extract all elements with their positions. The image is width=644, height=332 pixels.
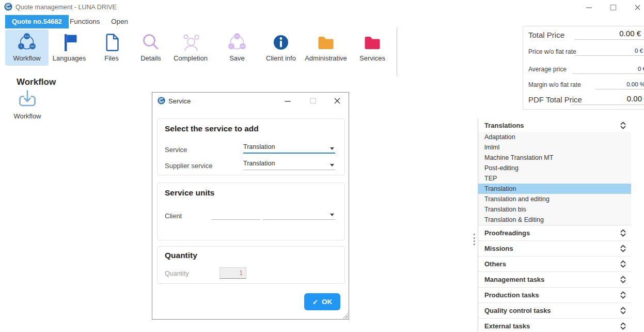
flag-icon	[59, 31, 80, 54]
menu-functions[interactable]: Functions	[70, 15, 100, 28]
toolbar-button-label: Details	[140, 54, 161, 62]
margin-wo-flat-rate-value: 0.00 %	[595, 81, 644, 89]
list-item[interactable]: Adaptation	[478, 132, 631, 142]
folder-amber-icon	[316, 31, 336, 54]
toolbar-button-label: Completion	[174, 54, 208, 62]
average-price-value: 0 €	[573, 66, 644, 74]
quantity-heading: Quantity	[165, 251, 197, 260]
toolbar-button-workflow[interactable]: Workflow	[5, 29, 49, 66]
list-item[interactable]: TEP	[478, 173, 631, 184]
service-dropdown[interactable]: Translation	[243, 143, 335, 154]
toolbar-button-administrative[interactable]: Administrative	[304, 29, 348, 66]
service-dialog: Service Select the service to add Servic…	[152, 92, 349, 320]
ok-button[interactable]: ✓ OK	[304, 293, 340, 310]
toolbar-button-client-info[interactable]: Client info	[259, 29, 303, 66]
service-units-box: Service units Client	[157, 183, 345, 240]
group-header-missions[interactable]: Missions	[478, 241, 631, 256]
sort-chevrons-icon	[620, 244, 626, 253]
window-title: Quote management - LUNA DRIVE	[15, 4, 117, 11]
sort-chevrons-icon	[620, 121, 626, 130]
quantity-label: Quantity	[165, 270, 189, 277]
client-unit-input[interactable]	[211, 209, 260, 220]
group-header-proofreadings[interactable]: Proofreadings	[478, 225, 631, 241]
sort-chevrons-icon	[620, 229, 626, 237]
toolbar-button-save[interactable]: Save	[215, 29, 259, 66]
toolbar-button-completion[interactable]: Completion	[169, 29, 212, 66]
total-price-label: Total Price	[528, 31, 564, 39]
resize-grip[interactable]	[341, 312, 348, 319]
group-header-external-tasks[interactable]: External tasks	[478, 319, 631, 332]
group-header-production-tasks[interactable]: Production tasks	[478, 288, 631, 303]
average-price-label: Average price	[528, 66, 567, 73]
panel-splitter-handle[interactable]	[474, 234, 475, 245]
toolbar-divider	[397, 27, 397, 76]
chevron-down-icon	[330, 214, 334, 216]
maximize-icon	[610, 4, 617, 11]
select-service-box: Select the service to add Service Transl…	[157, 118, 345, 175]
list-item[interactable]: lmlml	[478, 142, 631, 153]
client-label: Client	[165, 212, 182, 220]
toolbar-button-label: Languages	[53, 54, 86, 62]
service-label: Service	[165, 146, 187, 154]
services-list-panel: Translations Adaptation lmlml Machine Tr…	[478, 119, 631, 332]
supplier-service-dropdown[interactable]: Translation	[243, 160, 335, 170]
toolbar-button-files[interactable]: Files	[90, 29, 133, 66]
group-label: Translations	[484, 122, 524, 129]
workflow-shortcut[interactable]: Workflow	[7, 88, 48, 120]
group-header-others[interactable]: Others	[478, 256, 631, 272]
menu-open[interactable]: Open	[111, 15, 128, 28]
list-item[interactable]: Machine Translation MT	[478, 153, 631, 163]
group-label: Others	[484, 260, 506, 268]
workflow-shortcut-label: Workflow	[13, 112, 41, 120]
toolbar-button-languages[interactable]: Languages	[48, 29, 91, 66]
maximize-button[interactable]	[606, 2, 620, 12]
toolbar-button-label: Files	[104, 54, 118, 62]
toolbar-button-services[interactable]: Services	[351, 29, 394, 66]
toolbar-button-details[interactable]: Details	[129, 29, 172, 66]
document-icon	[101, 31, 122, 54]
minimize-button[interactable]	[582, 2, 595, 12]
close-button[interactable]	[631, 2, 644, 12]
service-dropdown-value: Translation	[243, 143, 275, 150]
tab-quote-number[interactable]: Quote no.54682	[5, 15, 69, 28]
group-header-quality-control-tasks[interactable]: Quality control tasks	[478, 303, 631, 319]
toolbar-button-label: Administrative	[305, 54, 347, 62]
list-item[interactable]: Post-editing	[478, 163, 631, 173]
supplier-service-label: Supplier service	[165, 162, 213, 170]
list-item[interactable]: Translation & Editing	[478, 215, 631, 225]
group-label: External tasks	[484, 322, 530, 330]
sort-chevrons-icon	[620, 260, 626, 268]
close-icon	[634, 4, 641, 11]
maximize-icon	[309, 97, 317, 104]
price-wo-flat-rate-label: Price w/o flat rate	[528, 48, 576, 55]
price-summary-panel: Total Price 0.00 € Price w/o flat rate 0…	[523, 26, 644, 110]
app-logo-icon	[4, 3, 12, 11]
group-header-translations[interactable]: Translations	[478, 119, 631, 132]
select-service-heading: Select the service to add	[165, 124, 259, 133]
sort-chevrons-icon	[620, 291, 626, 299]
group-header-management-tasks[interactable]: Management tasks	[478, 272, 631, 288]
check-icon: ✓	[312, 298, 318, 306]
minimize-icon	[284, 97, 291, 104]
list-item-selected[interactable]: Translation	[478, 184, 631, 194]
margin-wo-flat-rate-label: Margin w/o flat rate	[528, 81, 581, 88]
workflow-network-icon	[17, 31, 37, 54]
dialog-close-button[interactable]	[332, 96, 343, 106]
list-item[interactable]: Translation and editing	[478, 194, 631, 204]
client-unit-dropdown[interactable]	[263, 209, 335, 220]
dialog-maximize-button[interactable]	[307, 96, 319, 106]
quantity-input[interactable]	[219, 267, 246, 279]
group-label: Management tasks	[484, 276, 544, 283]
total-price-value: 0.00 €	[575, 29, 644, 40]
translations-item-list: Adaptation lmlml Machine Translation MT …	[478, 132, 631, 225]
chevron-down-icon	[330, 164, 334, 167]
group-label: Missions	[484, 245, 513, 252]
close-icon	[334, 97, 341, 104]
sort-chevrons-icon	[620, 322, 626, 330]
dialog-minimize-button[interactable]	[282, 96, 293, 106]
workflow-download-icon	[17, 88, 38, 111]
list-item[interactable]: Translation bis	[478, 204, 631, 215]
minimize-icon	[586, 4, 592, 11]
dialog-app-icon	[158, 97, 165, 104]
folder-red-icon	[362, 31, 383, 54]
